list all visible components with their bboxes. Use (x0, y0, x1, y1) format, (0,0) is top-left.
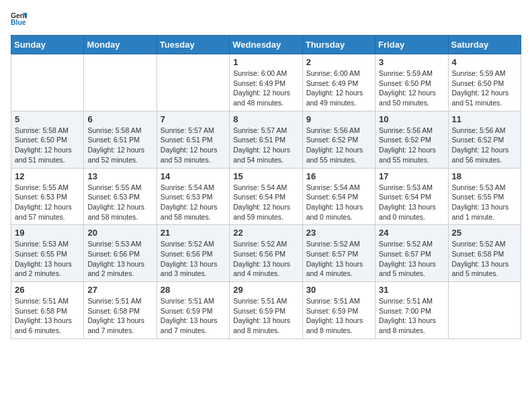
day-number: 22 (233, 228, 298, 238)
day-number: 21 (161, 228, 226, 238)
day-number: 20 (87, 228, 152, 238)
day-number: 11 (452, 114, 517, 124)
day-cell: 22Sunrise: 5:52 AM Sunset: 6:56 PM Dayli… (230, 225, 302, 282)
day-cell: 25Sunrise: 5:52 AM Sunset: 6:58 PM Dayli… (448, 225, 521, 282)
weekday-header-saturday: Saturday (448, 36, 521, 54)
day-cell: 9Sunrise: 5:56 AM Sunset: 6:52 PM Daylig… (302, 111, 375, 168)
day-info: Sunrise: 6:00 AM Sunset: 6:49 PM Dayligh… (306, 68, 371, 108)
day-number: 14 (161, 171, 226, 181)
day-info: Sunrise: 5:51 AM Sunset: 6:59 PM Dayligh… (161, 296, 226, 336)
day-number: 27 (87, 285, 152, 295)
day-info: Sunrise: 5:57 AM Sunset: 6:51 PM Dayligh… (161, 126, 226, 165)
day-number: 16 (306, 171, 371, 181)
page-header: General Blue (11, 11, 521, 27)
day-number: 23 (306, 228, 371, 238)
day-number: 12 (15, 171, 80, 181)
day-cell: 28Sunrise: 5:51 AM Sunset: 6:59 PM Dayli… (157, 282, 229, 339)
day-number: 3 (379, 57, 444, 67)
day-info: Sunrise: 5:54 AM Sunset: 6:54 PM Dayligh… (233, 183, 298, 222)
day-info: Sunrise: 5:51 AM Sunset: 6:59 PM Dayligh… (233, 296, 298, 336)
day-cell: 29Sunrise: 5:51 AM Sunset: 6:59 PM Dayli… (230, 282, 302, 339)
day-cell: 16Sunrise: 5:54 AM Sunset: 6:54 PM Dayli… (302, 168, 375, 225)
week-row-5: 26Sunrise: 5:51 AM Sunset: 6:58 PM Dayli… (11, 282, 521, 339)
day-number: 10 (379, 114, 444, 124)
day-cell: 6Sunrise: 5:58 AM Sunset: 6:51 PM Daylig… (84, 111, 157, 168)
day-number: 25 (452, 228, 517, 238)
week-row-2: 5Sunrise: 5:58 AM Sunset: 6:50 PM Daylig… (11, 111, 521, 168)
week-row-3: 12Sunrise: 5:55 AM Sunset: 6:53 PM Dayli… (11, 168, 521, 225)
day-number: 17 (379, 171, 444, 181)
day-info: Sunrise: 5:52 AM Sunset: 6:56 PM Dayligh… (161, 239, 226, 279)
weekday-header-friday: Friday (375, 36, 448, 54)
calendar: SundayMondayTuesdayWednesdayThursdayFrid… (11, 35, 521, 339)
day-cell: 12Sunrise: 5:55 AM Sunset: 6:53 PM Dayli… (11, 168, 84, 225)
day-info: Sunrise: 5:58 AM Sunset: 6:51 PM Dayligh… (87, 126, 152, 165)
day-info: Sunrise: 5:53 AM Sunset: 6:55 PM Dayligh… (15, 239, 80, 279)
day-cell: 31Sunrise: 5:51 AM Sunset: 7:00 PM Dayli… (375, 282, 448, 339)
day-number: 31 (379, 285, 444, 295)
day-info: Sunrise: 5:56 AM Sunset: 6:52 PM Dayligh… (452, 126, 517, 165)
day-cell: 13Sunrise: 5:55 AM Sunset: 6:53 PM Dayli… (84, 168, 157, 225)
day-info: Sunrise: 5:52 AM Sunset: 6:56 PM Dayligh… (233, 239, 298, 279)
day-cell: 10Sunrise: 5:56 AM Sunset: 6:52 PM Dayli… (375, 111, 448, 168)
day-cell: 11Sunrise: 5:56 AM Sunset: 6:52 PM Dayli… (448, 111, 521, 168)
day-cell: 19Sunrise: 5:53 AM Sunset: 6:55 PM Dayli… (11, 225, 84, 282)
day-info: Sunrise: 5:52 AM Sunset: 6:57 PM Dayligh… (379, 239, 444, 279)
logo: General Blue (11, 11, 28, 27)
day-info: Sunrise: 5:55 AM Sunset: 6:53 PM Dayligh… (87, 183, 152, 222)
weekday-header-tuesday: Tuesday (157, 36, 229, 54)
day-info: Sunrise: 5:51 AM Sunset: 6:58 PM Dayligh… (87, 296, 152, 336)
day-cell: 4Sunrise: 5:59 AM Sunset: 6:50 PM Daylig… (448, 54, 521, 111)
day-info: Sunrise: 5:54 AM Sunset: 6:53 PM Dayligh… (161, 183, 226, 222)
day-info: Sunrise: 6:00 AM Sunset: 6:49 PM Dayligh… (233, 68, 298, 108)
day-number: 24 (379, 228, 444, 238)
day-cell (84, 54, 157, 111)
day-number: 13 (87, 171, 152, 181)
weekday-header-monday: Monday (84, 36, 157, 54)
day-cell (448, 282, 521, 339)
day-info: Sunrise: 5:51 AM Sunset: 6:58 PM Dayligh… (15, 296, 80, 336)
day-number: 4 (452, 57, 517, 67)
day-number: 29 (233, 285, 298, 295)
day-number: 30 (306, 285, 371, 295)
day-number: 15 (233, 171, 298, 181)
day-number: 8 (233, 114, 298, 124)
day-number: 19 (15, 228, 80, 238)
day-cell: 8Sunrise: 5:57 AM Sunset: 6:51 PM Daylig… (230, 111, 302, 168)
day-info: Sunrise: 5:51 AM Sunset: 6:59 PM Dayligh… (306, 296, 371, 336)
day-info: Sunrise: 5:53 AM Sunset: 6:55 PM Dayligh… (452, 183, 517, 222)
weekday-header-row: SundayMondayTuesdayWednesdayThursdayFrid… (11, 36, 521, 54)
day-cell: 20Sunrise: 5:53 AM Sunset: 6:56 PM Dayli… (84, 225, 157, 282)
day-cell: 26Sunrise: 5:51 AM Sunset: 6:58 PM Dayli… (11, 282, 84, 339)
day-info: Sunrise: 5:58 AM Sunset: 6:50 PM Dayligh… (15, 126, 80, 165)
day-cell (11, 54, 84, 111)
svg-text:Blue: Blue (11, 19, 26, 26)
day-cell: 24Sunrise: 5:52 AM Sunset: 6:57 PM Dayli… (375, 225, 448, 282)
day-number: 7 (161, 114, 226, 124)
day-cell: 5Sunrise: 5:58 AM Sunset: 6:50 PM Daylig… (11, 111, 84, 168)
logo-icon: General Blue (11, 11, 27, 27)
day-cell: 2Sunrise: 6:00 AM Sunset: 6:49 PM Daylig… (302, 54, 375, 111)
week-row-4: 19Sunrise: 5:53 AM Sunset: 6:55 PM Dayli… (11, 225, 521, 282)
day-info: Sunrise: 5:54 AM Sunset: 6:54 PM Dayligh… (306, 183, 371, 222)
day-number: 26 (15, 285, 80, 295)
day-info: Sunrise: 5:53 AM Sunset: 6:54 PM Dayligh… (379, 183, 444, 222)
day-info: Sunrise: 5:57 AM Sunset: 6:51 PM Dayligh… (233, 126, 298, 165)
day-cell: 23Sunrise: 5:52 AM Sunset: 6:57 PM Dayli… (302, 225, 375, 282)
day-number: 6 (87, 114, 152, 124)
day-cell: 27Sunrise: 5:51 AM Sunset: 6:58 PM Dayli… (84, 282, 157, 339)
weekday-header-wednesday: Wednesday (230, 36, 302, 54)
day-info: Sunrise: 5:52 AM Sunset: 6:58 PM Dayligh… (452, 239, 517, 279)
day-number: 5 (15, 114, 80, 124)
day-cell: 1Sunrise: 6:00 AM Sunset: 6:49 PM Daylig… (230, 54, 302, 111)
day-cell: 17Sunrise: 5:53 AM Sunset: 6:54 PM Dayli… (375, 168, 448, 225)
week-row-1: 1Sunrise: 6:00 AM Sunset: 6:49 PM Daylig… (11, 54, 521, 111)
day-cell: 7Sunrise: 5:57 AM Sunset: 6:51 PM Daylig… (157, 111, 229, 168)
day-info: Sunrise: 5:52 AM Sunset: 6:57 PM Dayligh… (306, 239, 371, 279)
day-cell (157, 54, 229, 111)
day-number: 2 (306, 57, 371, 67)
day-cell: 3Sunrise: 5:59 AM Sunset: 6:50 PM Daylig… (375, 54, 448, 111)
day-cell: 15Sunrise: 5:54 AM Sunset: 6:54 PM Dayli… (230, 168, 302, 225)
day-info: Sunrise: 5:55 AM Sunset: 6:53 PM Dayligh… (15, 183, 80, 222)
day-cell: 14Sunrise: 5:54 AM Sunset: 6:53 PM Dayli… (157, 168, 229, 225)
